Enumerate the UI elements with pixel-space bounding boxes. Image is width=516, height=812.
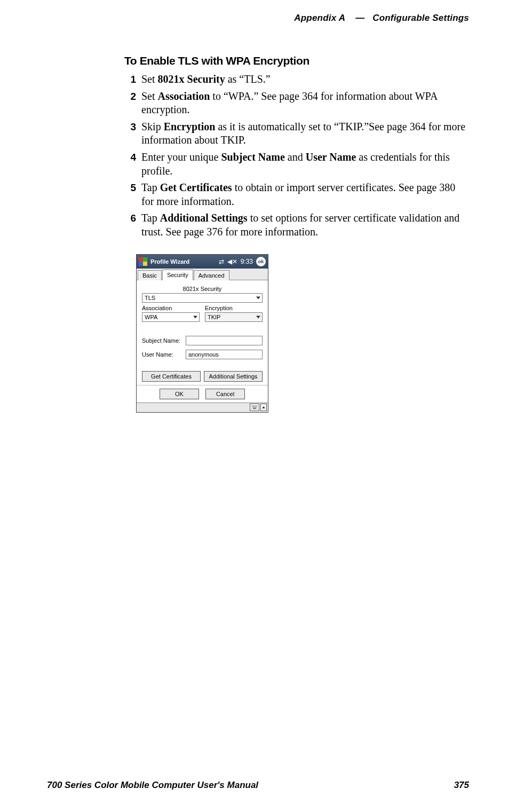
get-certificates-button[interactable]: Get Certificates <box>142 371 201 382</box>
footer: 700 Series Color Mobile Computer User's … <box>47 780 469 791</box>
select-encryption-value: TKIP <box>208 314 220 320</box>
dialog-buttons: OK Cancel <box>137 385 268 403</box>
input-user-name-value: anonymous <box>188 351 219 358</box>
step-3: 3 Skip Encryption as it is automatically… <box>124 120 469 147</box>
start-icon[interactable] <box>139 257 147 266</box>
svg-rect-5 <box>256 406 257 407</box>
step-body: Set 8021x Security as “TLS.” <box>141 73 469 86</box>
clock[interactable]: 9:33 <box>241 258 253 265</box>
running-header: Appendix A — Configurable Settings <box>47 13 469 23</box>
cancel-button[interactable]: Cancel <box>205 389 245 399</box>
chevron-down-icon <box>256 296 260 299</box>
profile-wizard-window: Profile Wizard ⇄ ◀✕ 9:33 ok Basic Securi… <box>136 254 268 413</box>
content: To Enable TLS with WPA Encryption 1 Set … <box>124 54 469 413</box>
header-sep: — <box>355 13 364 23</box>
step-body: Skip Encryption as it is automatically s… <box>141 120 469 147</box>
chevron-down-icon <box>193 316 197 318</box>
header-appendix: Appendix A <box>294 13 345 23</box>
section-title: To Enable TLS with WPA Encryption <box>124 54 469 67</box>
titlebar-icons: ⇄ ◀✕ 9:33 ok <box>219 257 266 266</box>
ok-button[interactable]: ok <box>256 257 266 266</box>
tab-security[interactable]: Security <box>162 270 193 280</box>
step-4: 4 Enter your unique Subject Name and Use… <box>124 151 469 178</box>
step-num: 5 <box>124 181 136 194</box>
sip-up-icon[interactable] <box>260 404 267 411</box>
svg-rect-3 <box>255 406 255 407</box>
titlebar: Profile Wizard ⇄ ◀✕ 9:33 ok <box>137 255 268 269</box>
step-body: Tap Additional Settings to set options f… <box>141 211 469 239</box>
label-association: Association <box>142 305 200 311</box>
svg-rect-1 <box>252 406 253 407</box>
step-6: 6 Tap Additional Settings to set options… <box>124 211 469 239</box>
additional-settings-button[interactable]: Additional Settings <box>204 371 263 382</box>
tab-advanced[interactable]: Advanced <box>194 270 229 280</box>
window-title: Profile Wizard <box>150 258 216 265</box>
ok-button[interactable]: OK <box>160 389 199 399</box>
select-8021x-value: TLS <box>145 295 155 301</box>
svg-rect-10 <box>253 408 256 409</box>
keyboard-icon[interactable] <box>250 404 259 411</box>
select-association-value: WPA <box>145 314 157 320</box>
step-1: 1 Set 8021x Security as “TLS.” <box>124 73 469 86</box>
select-encryption[interactable]: TKIP <box>205 312 263 322</box>
label-encryption: Encryption <box>205 305 263 311</box>
step-body: Set Association to “WPA.” See page 364 f… <box>141 90 469 117</box>
input-subject-name[interactable] <box>186 336 263 345</box>
svg-rect-6 <box>253 407 253 408</box>
tab-basic[interactable]: Basic <box>138 270 162 280</box>
svg-rect-4 <box>256 406 256 407</box>
input-user-name[interactable]: anonymous <box>186 350 263 359</box>
step-body: Tap Get Certificates to obtain or import… <box>141 181 469 208</box>
label-user-name: User Name: <box>142 351 186 358</box>
step-5: 5 Tap Get Certificates to obtain or impo… <box>124 181 469 208</box>
sip-bar <box>137 403 268 412</box>
connectivity-icon[interactable]: ⇄ <box>219 258 224 265</box>
svg-rect-7 <box>254 407 255 408</box>
chevron-down-icon <box>256 316 260 318</box>
label-subject-name: Subject Name: <box>142 337 186 344</box>
step-num: 1 <box>124 73 136 86</box>
steps-list: 1 Set 8021x Security as “TLS.” 2 Set Ass… <box>124 73 469 239</box>
step-num: 4 <box>124 151 136 164</box>
volume-icon[interactable]: ◀✕ <box>227 258 237 265</box>
step-2: 2 Set Association to “WPA.” See page 364… <box>124 90 469 117</box>
footer-page: 375 <box>454 780 469 791</box>
svg-rect-0 <box>251 405 258 409</box>
svg-rect-9 <box>256 407 257 408</box>
step-num: 2 <box>124 90 136 103</box>
step-num: 6 <box>124 211 136 225</box>
label-8021x: 8021x Security <box>142 286 263 292</box>
step-num: 3 <box>124 120 136 133</box>
svg-rect-8 <box>255 407 256 408</box>
page: Appendix A — Configurable Settings To En… <box>0 0 516 812</box>
select-association[interactable]: WPA <box>142 312 200 322</box>
svg-rect-2 <box>253 406 254 407</box>
step-body: Enter your unique Subject Name and User … <box>141 151 469 178</box>
security-panel: 8021x Security TLS Association WPA Encr <box>137 280 268 385</box>
tab-strip: Basic Security Advanced <box>137 269 268 280</box>
select-8021x-security[interactable]: TLS <box>142 293 263 303</box>
header-section: Configurable Settings <box>372 13 469 23</box>
footer-manual: 700 Series Color Mobile Computer User's … <box>47 780 258 791</box>
